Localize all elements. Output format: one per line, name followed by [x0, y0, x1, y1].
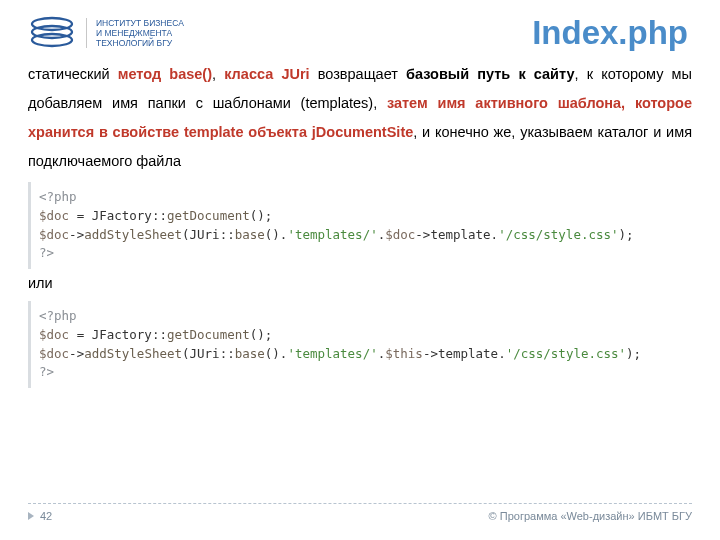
code-op: = JFactory:: — [69, 208, 167, 223]
code-op: ); — [619, 227, 634, 242]
code-op: ->template. — [415, 227, 498, 242]
text-keyword: метод base() — [118, 66, 212, 82]
code-op: (JUri:: — [182, 227, 235, 242]
page-number: 42 — [40, 510, 52, 522]
code-op: ->template. — [423, 346, 506, 361]
code-tag: ?> — [39, 364, 54, 379]
code-var: $doc — [39, 327, 69, 342]
code-func: addStyleSheet — [84, 227, 182, 242]
code-op: (); — [250, 208, 273, 223]
code-var: $this — [385, 346, 423, 361]
code-block-2: <?php $doc = JFactory::getDocument(); $d… — [28, 301, 692, 388]
text-plain: возвращает — [310, 66, 406, 82]
code-str: '/css/style.css' — [506, 346, 626, 361]
code-var: $doc — [385, 227, 415, 242]
page-title: Index.php — [532, 14, 688, 52]
code-str: '/css/style.css' — [498, 227, 618, 242]
code-op: ); — [626, 346, 641, 361]
code-op: -> — [69, 346, 84, 361]
code-op: (). — [265, 346, 288, 361]
code-str: 'templates/' — [287, 346, 377, 361]
text-bold: базовый путь к сайту — [406, 66, 575, 82]
text-plain: статический — [28, 66, 118, 82]
logo-block: ИНСТИТУТ БИЗНЕСА И МЕНЕДЖМЕНТА ТЕХНОЛОГИ… — [28, 16, 184, 50]
code-tag: <?php — [39, 308, 77, 323]
svg-point-2 — [32, 34, 72, 46]
code-op: (JUri:: — [182, 346, 235, 361]
code-op: (). — [265, 227, 288, 242]
code-func: addStyleSheet — [84, 346, 182, 361]
code-var: $doc — [39, 227, 69, 242]
copyright-text: © Программа «Web-дизайн» ИБМТ БГУ — [489, 510, 692, 522]
footer-divider — [28, 503, 692, 504]
or-separator: или — [0, 273, 720, 295]
code-func: base — [235, 346, 265, 361]
page-number-block: 42 — [28, 510, 52, 522]
code-op: -> — [69, 227, 84, 242]
slide-footer: 42 © Программа «Web-дизайн» ИБМТ БГУ — [28, 503, 692, 522]
logo-text: ИНСТИТУТ БИЗНЕСА И МЕНЕДЖМЕНТА ТЕХНОЛОГИ… — [86, 18, 184, 49]
code-var: $doc — [39, 208, 69, 223]
code-var: $doc — [39, 346, 69, 361]
code-block-1: <?php $doc = JFactory::getDocument(); $d… — [28, 182, 692, 269]
body-paragraph: статический метод base(), класса JUri во… — [0, 60, 720, 176]
slide-header: ИНСТИТУТ БИЗНЕСА И МЕНЕДЖМЕНТА ТЕХНОЛОГИ… — [0, 0, 720, 60]
globe-icon — [28, 16, 76, 50]
code-func: getDocument — [167, 327, 250, 342]
text-keyword: класса JUri — [224, 66, 309, 82]
code-tag: <?php — [39, 189, 77, 204]
code-str: 'templates/' — [287, 227, 377, 242]
code-op: = JFactory:: — [69, 327, 167, 342]
code-op: (); — [250, 327, 273, 342]
code-func: base — [235, 227, 265, 242]
text-plain: , — [212, 66, 224, 82]
code-func: getDocument — [167, 208, 250, 223]
triangle-icon — [28, 512, 34, 520]
code-tag: ?> — [39, 245, 54, 260]
